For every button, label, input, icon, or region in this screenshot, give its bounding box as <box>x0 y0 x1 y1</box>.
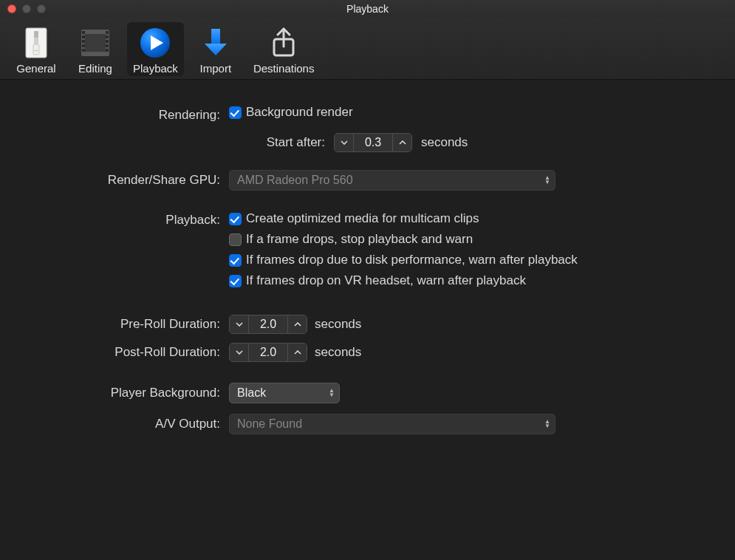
checkbox-label: If frames drop on VR headset, warn after… <box>246 273 526 288</box>
window-controls <box>0 4 46 13</box>
tab-playback[interactable]: Playback <box>127 22 184 76</box>
checkbox-label: If frames drop due to disk performance, … <box>246 253 578 267</box>
label-start-after: Start after: <box>22 135 334 150</box>
preferences-content: Rendering: Background render Start after… <box>0 80 735 461</box>
label-gpu: Render/Share GPU: <box>22 173 229 188</box>
svg-rect-8 <box>82 35 85 38</box>
label-post-roll: Post-Roll Duration: <box>22 345 229 360</box>
close-window-button[interactable] <box>7 4 16 13</box>
row-post-roll: Post-Roll Duration: 2.0 seconds <box>22 343 713 362</box>
svg-rect-10 <box>82 44 85 47</box>
svg-rect-16 <box>106 49 109 52</box>
row-playback: Playback: Create optimized media for mul… <box>22 211 713 294</box>
zoom-window-button[interactable] <box>37 4 46 13</box>
preferences-toolbar: General Editing <box>0 18 735 80</box>
svg-rect-13 <box>106 35 109 38</box>
chevron-up-icon[interactable] <box>392 134 411 151</box>
select-av-output[interactable]: None Found ▲▼ <box>229 414 555 434</box>
svg-rect-4 <box>35 50 38 51</box>
checkbox-disk-perf-warn[interactable] <box>229 254 242 267</box>
checkbox-label: If a frame drops, stop playback and warn <box>246 232 473 247</box>
svg-rect-14 <box>106 40 109 43</box>
label-rendering: Rendering: <box>22 108 229 123</box>
checkbox-vr-headset-warn[interactable] <box>229 275 242 287</box>
select-value: AMD Radeon Pro 560 <box>237 174 353 187</box>
chevron-up-icon[interactable] <box>287 315 307 333</box>
chevron-up-icon[interactable] <box>287 344 307 361</box>
tab-editing[interactable]: Editing <box>68 22 123 76</box>
tab-label: General <box>16 62 55 75</box>
stepper-pre-roll[interactable]: 2.0 <box>229 315 307 334</box>
chevron-down-icon[interactable] <box>335 134 354 151</box>
unit-seconds: seconds <box>315 345 361 360</box>
updown-carets-icon: ▲▼ <box>329 389 335 397</box>
minimize-window-button[interactable] <box>22 4 31 13</box>
label-player-background: Player Background: <box>22 386 229 400</box>
unit-seconds: seconds <box>421 135 468 150</box>
row-rendering: Rendering: Background render <box>22 105 713 126</box>
select-gpu[interactable]: AMD Radeon Pro 560 ▲▼ <box>229 170 555 191</box>
select-player-background[interactable]: Black ▲▼ <box>229 383 340 403</box>
svg-rect-7 <box>82 31 85 34</box>
checkbox-create-optimized[interactable] <box>229 213 242 225</box>
checkbox-stop-on-drop[interactable] <box>229 233 242 246</box>
destinations-icon <box>262 25 305 61</box>
label-pre-roll: Pre-Roll Duration: <box>22 317 229 332</box>
stepper-value[interactable]: 0.3 <box>354 134 392 151</box>
svg-rect-2 <box>34 31 38 38</box>
tab-import[interactable]: Import <box>188 22 243 76</box>
stepper-start-after[interactable]: 0.3 <box>334 133 412 152</box>
row-pre-roll: Pre-Roll Duration: 2.0 seconds <box>22 315 713 334</box>
tab-label: Playback <box>133 62 178 75</box>
tab-destinations[interactable]: Destinations <box>247 22 321 76</box>
row-start-after: Start after: 0.3 seconds <box>22 133 713 152</box>
stepper-post-roll[interactable]: 2.0 <box>229 343 307 362</box>
tab-label: Import <box>200 62 232 75</box>
tab-general[interactable]: General <box>9 22 64 76</box>
chevron-down-icon[interactable] <box>230 344 249 361</box>
tab-label: Destinations <box>253 62 315 75</box>
checkbox-label: Background render <box>246 105 353 120</box>
row-av-output: A/V Output: None Found ▲▼ <box>22 414 713 434</box>
label-av-output: A/V Output: <box>22 417 229 431</box>
import-icon <box>194 25 237 61</box>
general-icon <box>15 25 58 61</box>
stepper-value[interactable]: 2.0 <box>249 315 287 333</box>
svg-rect-19 <box>211 29 220 44</box>
window-title: Playback <box>0 3 735 15</box>
select-value: None Found <box>237 417 302 431</box>
unit-seconds: seconds <box>315 317 361 332</box>
svg-rect-11 <box>82 49 85 52</box>
svg-rect-12 <box>106 31 109 34</box>
tab-label: Editing <box>78 62 112 75</box>
chevron-down-icon[interactable] <box>230 315 249 333</box>
playback-icon <box>134 25 177 61</box>
svg-rect-3 <box>33 44 39 55</box>
checkbox-label: Create optimized media for multicam clip… <box>246 211 479 226</box>
svg-rect-6 <box>85 34 106 52</box>
row-gpu: Render/Share GPU: AMD Radeon Pro 560 ▲▼ <box>22 170 713 191</box>
editing-icon <box>74 25 117 61</box>
svg-rect-15 <box>106 44 109 47</box>
checkbox-background-render[interactable] <box>229 106 242 119</box>
svg-rect-9 <box>82 40 85 43</box>
select-value: Black <box>237 386 266 400</box>
stepper-value[interactable]: 2.0 <box>249 344 287 361</box>
titlebar: Playback <box>0 0 735 18</box>
updown-carets-icon: ▲▼ <box>544 176 550 185</box>
label-playback: Playback: <box>22 211 229 228</box>
svg-marker-20 <box>205 44 227 55</box>
row-player-background: Player Background: Black ▲▼ <box>22 383 713 403</box>
updown-carets-icon: ▲▼ <box>544 420 550 428</box>
